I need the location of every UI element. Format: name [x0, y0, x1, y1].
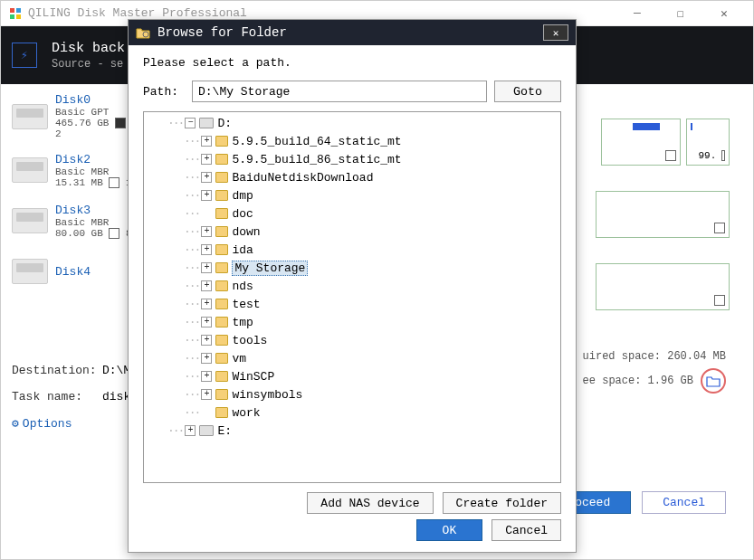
path-label: Path: — [143, 85, 185, 99]
folder-icon — [215, 154, 228, 165]
partition-box[interactable] — [601, 119, 681, 166]
minimize-button[interactable]: — — [625, 5, 650, 23]
maximize-button[interactable]: ☐ — [668, 5, 693, 23]
tree-folder-node[interactable]: ···+5.9.5_build_86_static_mt — [144, 150, 560, 168]
drive-icon — [199, 425, 214, 436]
expand-icon[interactable]: + — [201, 136, 212, 147]
partition-pct: 99. — [698, 150, 716, 161]
drive-icon — [199, 118, 214, 128]
collapse-icon[interactable]: − — [185, 118, 196, 128]
disk-checkbox[interactable] — [109, 177, 119, 188]
tree-folder-node[interactable]: ···+nds — [144, 277, 560, 295]
svg-rect-3 — [16, 14, 21, 19]
dialog-close-button[interactable]: ✕ — [543, 24, 568, 41]
tree-folder-node[interactable]: ···+tools — [144, 331, 560, 349]
disk-name: Disk0 — [55, 93, 137, 107]
add-nas-button[interactable]: Add NAS device — [307, 492, 433, 514]
disk-type: Basic MBR — [55, 166, 137, 177]
tree-node-label: tmp — [232, 316, 253, 329]
disk-name: Disk2 — [55, 153, 137, 166]
shield-icon: ⚡ — [12, 43, 37, 68]
tree-folder-node[interactable]: ···+tmp — [144, 313, 560, 331]
expand-icon[interactable]: + — [201, 335, 212, 346]
expand-icon[interactable]: + — [201, 154, 212, 165]
partition-box-small[interactable]: 99. — [686, 119, 730, 166]
disk-icon — [12, 259, 48, 284]
expand-icon[interactable]: + — [201, 371, 212, 382]
disk-icon — [12, 157, 48, 183]
disk-type: Basic GPT — [55, 107, 137, 118]
tree-folder-node[interactable]: ···+WinSCP — [144, 367, 560, 385]
tree-folder-node[interactable]: ···+dmp — [144, 186, 560, 204]
tree-folder-node[interactable]: ···+winsymbols — [144, 385, 560, 403]
goto-button[interactable]: Goto — [494, 81, 561, 102]
folder-tree-scroll[interactable]: ···−D:···+5.9.5_build_64_static_mt···+5.… — [144, 112, 560, 482]
taskname-label: Task name: — [12, 390, 102, 403]
folder-icon — [215, 280, 228, 291]
folder-search-icon — [136, 26, 150, 39]
no-expander — [201, 407, 212, 418]
disk-icon — [12, 208, 48, 233]
tree-node-label: nds — [232, 280, 253, 293]
expand-icon[interactable]: + — [201, 172, 212, 183]
tree-node-label: My Storage — [232, 261, 308, 276]
folder-icon — [215, 389, 228, 400]
folder-icon — [215, 407, 228, 418]
taskname-value: disk — [102, 390, 130, 403]
svg-rect-2 — [10, 14, 14, 19]
create-folder-button[interactable]: Create folder — [443, 492, 561, 514]
expand-icon[interactable]: + — [201, 317, 212, 327]
no-expander — [201, 208, 212, 219]
partition-box[interactable] — [596, 263, 730, 310]
folder-tree: ···−D:···+5.9.5_build_64_static_mt···+5.… — [143, 111, 561, 483]
tree-node-label: 5.9.5_build_64_static_mt — [232, 135, 401, 148]
options-link[interactable]: Options — [23, 417, 72, 431]
partition-checkbox[interactable] — [714, 223, 725, 233]
ok-button[interactable]: OK — [416, 519, 483, 541]
expand-icon[interactable]: + — [201, 226, 212, 237]
disk-type: Basic MBR — [55, 217, 137, 228]
expand-icon[interactable]: + — [201, 389, 212, 400]
folder-icon — [215, 136, 228, 147]
tree-node-label: vm — [232, 352, 246, 365]
disk-checkbox[interactable] — [109, 228, 119, 239]
disk-checkbox[interactable] — [115, 118, 126, 128]
expand-icon[interactable]: + — [185, 425, 196, 436]
disk-size: 15.31 MB 1 — [55, 177, 137, 188]
expand-icon[interactable]: + — [201, 353, 212, 364]
tree-folder-node[interactable]: ···doc — [144, 204, 560, 223]
disk-name: Disk4 — [55, 265, 137, 279]
expand-icon[interactable]: + — [201, 262, 212, 273]
expand-icon[interactable]: + — [201, 299, 212, 309]
tree-folder-node[interactable]: ···+vm — [144, 349, 560, 367]
tree-folder-node[interactable]: ···+5.9.5_build_64_static_mt — [144, 132, 560, 150]
tree-folder-node[interactable]: ···work — [144, 403, 560, 422]
tree-folder-node[interactable]: ···+My Storage — [144, 259, 560, 277]
expand-icon[interactable]: + — [201, 244, 212, 255]
expand-icon[interactable]: + — [201, 280, 212, 291]
cancel-button-main[interactable]: Cancel — [642, 491, 726, 514]
tree-drive-node[interactable]: ···−D: — [144, 114, 560, 132]
tree-node-label: doc — [232, 207, 253, 221]
tree-drive-node[interactable]: ···+E: — [144, 422, 560, 440]
folder-icon — [215, 190, 228, 201]
folder-icon — [215, 208, 228, 219]
cancel-button-dialog[interactable]: Cancel — [492, 519, 561, 541]
partition-checkbox[interactable] — [721, 150, 725, 161]
partition-checkbox[interactable] — [714, 295, 725, 306]
partition-checkbox[interactable] — [665, 150, 676, 161]
folder-icon — [215, 335, 228, 346]
tree-folder-node[interactable]: ···+ida — [144, 241, 560, 259]
tree-node-label: work — [232, 406, 260, 420]
close-button[interactable]: ✕ — [711, 5, 737, 23]
app-logo-icon — [8, 6, 23, 21]
expand-icon[interactable]: + — [201, 190, 212, 201]
tree-folder-node[interactable]: ···+down — [144, 223, 560, 241]
tree-node-label: 5.9.5_build_86_static_mt — [232, 153, 401, 166]
app-title: QILING Disk Master Professional — [28, 6, 625, 20]
partition-box[interactable] — [596, 191, 730, 238]
tree-node-label: test — [232, 298, 260, 311]
tree-folder-node[interactable]: ···+BaiduNetdiskDownload — [144, 168, 560, 186]
path-input[interactable] — [192, 81, 487, 102]
tree-folder-node[interactable]: ···+test — [144, 295, 560, 313]
